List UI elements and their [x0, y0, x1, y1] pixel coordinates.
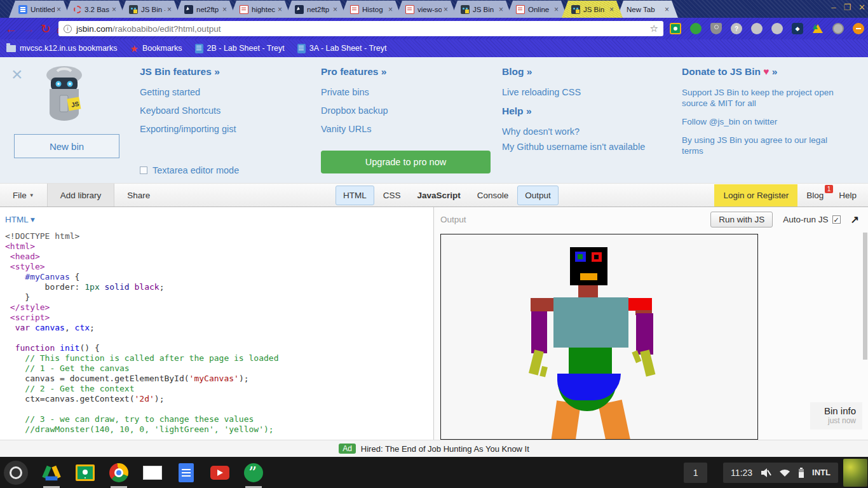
docs-icon[interactable]	[176, 460, 196, 485]
link-dropbox-backup[interactable]: Dropbox backup	[321, 105, 388, 116]
ad-text[interactable]: Hired: The End of Job Hunting As You Kno…	[361, 444, 529, 454]
link-why-doesnt-work[interactable]: Why doesn't work?	[502, 126, 645, 137]
tab-close-icon[interactable]: ×	[57, 6, 61, 13]
bookmark-item[interactable]: 3A - Lab Sheet - Treyt	[297, 44, 387, 53]
add-library-button[interactable]: Add library	[47, 184, 115, 207]
chrome-icon[interactable]	[109, 460, 129, 485]
blog-button[interactable]: Blog1	[800, 186, 830, 205]
browser-tab[interactable]: JS Bin×	[451, 1, 512, 18]
tab-label: net2ftp	[196, 6, 220, 13]
help-button[interactable]: Help	[832, 186, 863, 205]
autorun-checkbox[interactable]: ✓	[832, 215, 841, 224]
gmail-icon[interactable]	[142, 460, 163, 485]
upgrade-pro-button[interactable]: Upgrade to pro now	[321, 151, 491, 173]
panel-tab-output[interactable]: Output	[517, 186, 559, 205]
tab-close-icon[interactable]: ×	[444, 6, 448, 13]
browser-tab[interactable]: Online×	[506, 1, 567, 18]
donate-support-text[interactable]: Support JS Bin to keep the project open …	[682, 87, 846, 109]
browser-tab[interactable]: net2ftp×	[285, 1, 346, 18]
status-tray[interactable]: 11:23 INTL	[723, 463, 838, 483]
drive-extension-icon[interactable]	[812, 23, 824, 34]
hangouts-extension-icon[interactable]	[690, 23, 702, 34]
drive-icon[interactable]	[41, 460, 62, 485]
file-menu[interactable]: File▼	[0, 184, 47, 207]
donate-legal-text[interactable]: By using JS Bin you agree to our legal t…	[682, 135, 846, 156]
panel-tab-html[interactable]: HTML	[336, 186, 374, 205]
youtube-icon[interactable]	[210, 460, 230, 485]
link-exporting-gist[interactable]: Exporting/importing gist	[140, 124, 236, 134]
donate-twitter-link[interactable]: Follow @js_bin on twitter	[682, 116, 846, 127]
panel-tab-console[interactable]: Console	[470, 186, 517, 205]
minimize-button[interactable]: –	[831, 3, 836, 12]
close-window-button[interactable]: ✕	[858, 3, 865, 12]
address-bar[interactable]: i jsbin.com/rakobabibo/edit?html,output …	[58, 21, 663, 36]
tab-close-icon[interactable]: ×	[222, 6, 227, 13]
url-text[interactable]: jsbin.com/rakobabibo/edit?html,output	[76, 24, 220, 34]
forward-icon[interactable]: →	[23, 23, 35, 35]
user-avatar[interactable]	[843, 459, 867, 487]
run-with-js-button[interactable]: Run with JS	[710, 212, 773, 227]
classroom-icon[interactable]	[75, 460, 95, 485]
back-icon[interactable]: ←	[5, 23, 17, 35]
browser-tab[interactable]: JS Bin×	[562, 1, 623, 18]
browser-tab[interactable]: New Tab×	[617, 1, 678, 18]
tab-close-icon[interactable]: ×	[665, 6, 669, 13]
features-title: JS Bin features »	[140, 66, 236, 78]
new-bin-button[interactable]: New bin	[14, 134, 119, 158]
browser-tab[interactable]: hightec×	[230, 1, 291, 18]
login-register-button[interactable]: Login or Register	[714, 184, 797, 207]
launcher-icon[interactable]	[4, 461, 28, 485]
textarea-mode-checkbox[interactable]	[140, 166, 147, 174]
link-keyboard-shortcuts[interactable]: Keyboard Shortcuts	[140, 105, 236, 116]
browser-tab[interactable]: JS Bin -×	[119, 1, 180, 18]
bookmark-star-icon[interactable]: ☆	[650, 23, 658, 34]
browser-tab[interactable]: 3.2 Bas×	[64, 1, 125, 18]
tab-close-icon[interactable]: ×	[167, 6, 172, 13]
expand-output-icon[interactable]: ↗	[851, 214, 859, 226]
notification-counter[interactable]: 1	[684, 463, 707, 483]
panel-tab-css[interactable]: CSS	[376, 186, 409, 205]
browser-tab[interactable]: Untitled×	[9, 1, 70, 18]
browser-tab[interactable]: view-so×	[396, 1, 457, 18]
bookmark-item[interactable]: 2B - Lab Sheet - Treyt	[195, 44, 285, 53]
output-scrollbar[interactable]	[863, 233, 867, 360]
tab-close-icon[interactable]: ×	[112, 6, 116, 13]
link-live-reloading-css[interactable]: Live reloading CSS	[502, 87, 645, 97]
blog-badge: 1	[825, 185, 834, 193]
hangouts-icon[interactable]	[243, 460, 264, 485]
key-extension-icon[interactable]	[710, 23, 722, 34]
question-extension-icon[interactable]: ?	[731, 23, 742, 34]
tab-close-icon[interactable]: ×	[609, 6, 614, 13]
browser-tab[interactable]: Histog×	[341, 1, 402, 18]
editor-panel-label[interactable]: HTML ▾	[5, 214, 35, 224]
link-getting-started[interactable]: Getting started	[140, 87, 236, 97]
diamond-extension-icon[interactable]	[792, 23, 803, 34]
ad-badge[interactable]: Ad	[339, 444, 356, 454]
gray-extension-icon[interactable]	[751, 23, 763, 34]
bookmark-item[interactable]: mvcsc.k12.in.us bookmarks	[6, 44, 118, 53]
link-private-bins[interactable]: Private bins	[321, 87, 388, 97]
promo-close-icon[interactable]: ×	[11, 65, 23, 84]
tab-close-icon[interactable]: ×	[499, 6, 503, 13]
link-vanity-urls[interactable]: Vanity URLs	[321, 124, 388, 134]
orange-extension-icon[interactable]	[853, 23, 864, 34]
tab-close-icon[interactable]: ×	[278, 6, 282, 13]
link-github-username[interactable]: My Github username isn't available	[502, 142, 645, 152]
panel-tab-javascript[interactable]: JavaScript	[410, 186, 468, 205]
restore-button[interactable]: ❐	[843, 3, 851, 12]
code-line: canvas = document.getElementById('myCanv…	[5, 374, 278, 384]
page-info-icon[interactable]: i	[64, 25, 72, 33]
html-editor-panel[interactable]: HTML ▾ <!DOCTYPE html><html> <head> <sty…	[0, 207, 434, 440]
parking-extension-icon[interactable]	[832, 23, 844, 34]
code-line: <style>	[5, 262, 278, 272]
browser-tab[interactable]: net2ftp×	[175, 1, 236, 18]
classroom-extension-icon[interactable]	[670, 23, 681, 34]
tab-close-icon[interactable]: ×	[333, 6, 337, 13]
code-area[interactable]: <!DOCTYPE html><html> <head> <style> #my…	[5, 231, 278, 435]
tab-close-icon[interactable]: ×	[554, 6, 559, 13]
share-button[interactable]: Share	[114, 184, 163, 207]
bookmark-item[interactable]: ★Bookmarks	[130, 44, 182, 53]
reload-icon[interactable]: ↻	[41, 23, 51, 35]
gray-extension-icon[interactable]	[771, 23, 783, 34]
tab-close-icon[interactable]: ×	[388, 6, 393, 13]
